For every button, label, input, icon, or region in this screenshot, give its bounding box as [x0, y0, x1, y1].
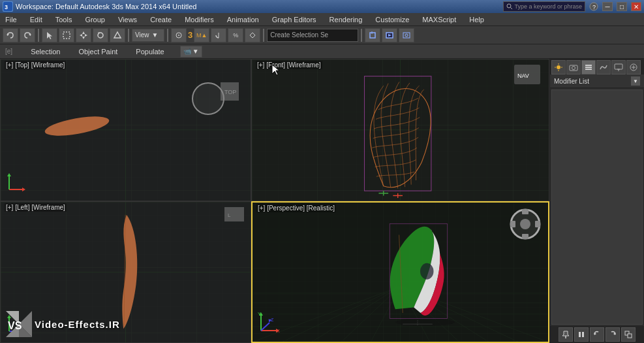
panel-tab-display[interactable]	[551, 60, 566, 74]
help-icon[interactable]: ?	[589, 2, 598, 11]
sec-dropdown-video[interactable]: 📹 ▼	[180, 46, 202, 57]
panel-max-button[interactable]	[621, 327, 636, 342]
snap-toggle-button[interactable]: M▲	[194, 28, 209, 42]
panel-undo-button[interactable]	[590, 327, 604, 342]
menu-modifiers[interactable]: Modifiers	[182, 14, 217, 25]
app-logo: 3	[3, 1, 13, 12]
maximize-button[interactable]: □	[617, 2, 627, 11]
toolbar-icons-group: M▲ %	[194, 28, 260, 42]
main-toolbar: View ▼ 3 M▲ % Create Selection Se	[0, 26, 644, 44]
object-top-right	[311, 67, 494, 201]
render-button[interactable]	[382, 28, 397, 42]
search-box[interactable]: Type a keyword or phrase	[503, 1, 585, 12]
svg-point-24	[405, 34, 408, 37]
svg-rect-108	[585, 65, 592, 66]
svg-point-87	[520, 219, 530, 229]
sec-item-object-paint[interactable]: Object Paint	[76, 46, 120, 57]
svg-rect-118	[579, 332, 581, 337]
watermark: VS Video-Effects.IR	[6, 311, 120, 337]
close-button[interactable]: ✕	[631, 2, 641, 11]
toolbar-numbers: 3	[188, 30, 192, 40]
viewport-area: [+] [Top] [Wireframe] TOP	[0, 59, 549, 343]
menu-graph-editors[interactable]: Graph Editors	[269, 14, 319, 25]
panel-redo-button[interactable]	[606, 327, 620, 342]
search-placeholder: Type a keyword or phrase	[514, 3, 582, 10]
rotate-button[interactable]	[93, 28, 108, 42]
svg-text:3: 3	[5, 4, 8, 10]
vp-label-bottom-right: [+] [Perspective] [Realistic]	[256, 204, 336, 212]
main-content: [+] [Top] [Wireframe] TOP	[0, 59, 644, 343]
svg-point-101	[557, 65, 560, 69]
select-button[interactable]	[42, 28, 57, 42]
panel-pause-button[interactable]	[574, 327, 589, 342]
svg-rect-91	[535, 221, 540, 227]
environment-button[interactable]	[399, 28, 414, 42]
secondary-toolbar: [e] Selection Object Paint Populate 📹 ▼	[0, 44, 644, 59]
panel-pin-button[interactable]	[559, 327, 573, 342]
minimize-button[interactable]: ─	[602, 2, 613, 11]
view-dropdown-label: View	[135, 31, 149, 39]
panel-tab-motion[interactable]	[596, 60, 611, 74]
render-setup-button[interactable]	[365, 28, 380, 42]
toolbar-sep-2	[128, 29, 129, 42]
panel-tab-utility[interactable]	[626, 60, 641, 74]
undo-button[interactable]	[3, 28, 18, 42]
axis-arrows-tl	[6, 173, 25, 193]
sec-item-populate[interactable]: Populate	[133, 46, 166, 57]
menu-edit[interactable]: Edit	[27, 14, 45, 25]
scale-button[interactable]	[110, 28, 125, 42]
menu-rendering[interactable]: Rendering	[327, 14, 365, 25]
svg-rect-110	[585, 69, 592, 70]
sec-item-selection[interactable]: Selection	[28, 46, 63, 57]
svg-point-2	[507, 4, 511, 8]
spinner-snap-button[interactable]	[245, 28, 260, 42]
axis-arrows-br: X Y Z	[258, 311, 281, 334]
svg-rect-109	[585, 67, 592, 68]
nav-ring-br[interactable]	[509, 208, 542, 240]
percent-snap-button[interactable]: %	[228, 28, 243, 42]
svg-rect-19	[370, 33, 375, 38]
select-region-button[interactable]	[59, 28, 74, 42]
svg-text:TOP: TOP	[224, 89, 236, 95]
panel-tab-camera[interactable]	[566, 60, 581, 74]
svg-marker-13	[85, 34, 87, 37]
nav-widget-tr: NAV	[514, 65, 544, 94]
viewport-bottom-right[interactable]: [+] [Perspective] [Realistic]	[251, 201, 549, 344]
move-button[interactable]	[76, 28, 91, 42]
modifier-list-dropdown[interactable]: ▼	[631, 76, 640, 86]
panel-tab-modify[interactable]	[581, 60, 596, 74]
svg-marker-10	[82, 31, 85, 34]
view-dropdown[interactable]: View ▼	[132, 29, 164, 42]
viewport-top-left[interactable]: [+] [Top] [Wireframe] TOP	[0, 59, 251, 201]
menu-tools[interactable]: Tools	[53, 14, 75, 25]
object-top-left	[38, 113, 116, 139]
svg-marker-8	[47, 32, 52, 39]
ref-coord-button[interactable]	[171, 28, 187, 42]
svg-rect-9	[63, 32, 70, 39]
menu-group[interactable]: Group	[82, 14, 108, 25]
menu-views[interactable]: Views	[115, 14, 140, 25]
svg-text:X: X	[277, 329, 280, 333]
gray-box-bl: L	[224, 207, 244, 221]
menu-customize[interactable]: Customize	[373, 14, 412, 25]
toolbar-sep-3	[167, 29, 168, 42]
square-indicator: TOP	[221, 82, 239, 101]
redo-button[interactable]	[20, 28, 35, 42]
svg-rect-111	[615, 64, 622, 69]
viewport-bottom-left[interactable]: [+] [Left] [Wireframe] L	[0, 201, 251, 344]
menu-animation[interactable]: Animation	[224, 14, 262, 25]
svg-rect-90	[510, 221, 515, 227]
selection-set-input[interactable]: Create Selection Se	[267, 29, 358, 42]
title-bar-left: 3 Workspace: Default Autodesk 3ds Max 20…	[3, 1, 196, 12]
menu-file[interactable]: File	[3, 14, 20, 25]
toolbar-num-3: 3	[188, 30, 192, 40]
menu-maxscript[interactable]: MAXScript	[420, 14, 459, 25]
menu-create[interactable]: Create	[147, 14, 174, 25]
angle-snap-button[interactable]	[211, 28, 226, 42]
menu-help[interactable]: Help	[467, 14, 487, 25]
svg-text:?: ?	[592, 4, 596, 10]
viewport-top-right[interactable]: [+] [Front] [Wireframe]	[251, 59, 549, 201]
panel-tab-display2[interactable]	[611, 60, 626, 74]
sec-dropdown-arrow: ▼	[192, 48, 199, 55]
svg-point-107	[572, 67, 575, 70]
